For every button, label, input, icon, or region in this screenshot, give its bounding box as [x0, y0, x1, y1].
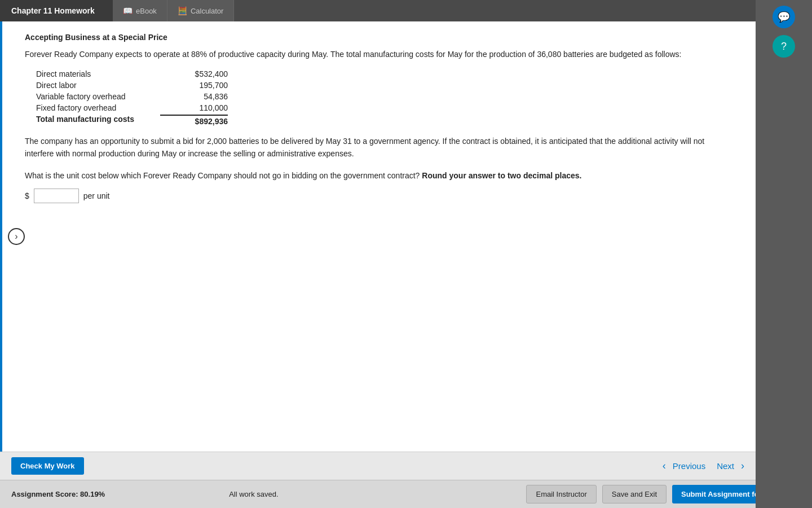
table-row-total: Total manufacturing costs $892,936 [36, 115, 733, 126]
work-saved: All work saved. [229, 490, 278, 498]
content-area: Accepting Business at a Special Price Fo… [2, 21, 756, 452]
cost-label-direct-labor: Direct labor [36, 81, 160, 90]
cost-value-variable-overhead: 54,836 [160, 92, 228, 101]
next-chevron-icon: › [741, 460, 744, 472]
nav-buttons: ‹ Previous Next › [663, 459, 744, 473]
header-bar: Chapter 11 Homework 📖 eBook 🧮 Calculator [0, 0, 756, 21]
previous-button[interactable]: Previous [668, 459, 710, 473]
tab-ebook-label: eBook [136, 7, 157, 15]
ebook-icon: 📖 [123, 6, 133, 15]
cost-value-direct-labor: 195,700 [160, 81, 228, 90]
cost-value-total: $892,936 [160, 115, 228, 126]
answer-row: $ per unit [25, 189, 733, 203]
cost-value-fixed-overhead: 110,000 [160, 103, 228, 112]
help-chat-icon[interactable]: 💬 [773, 6, 795, 28]
tab-ebook[interactable]: 📖 eBook [113, 0, 167, 21]
check-work-button[interactable]: Check My Work [11, 457, 84, 475]
table-row: Fixed factory overhead 110,000 [36, 103, 733, 112]
per-unit-label: per unit [83, 191, 110, 200]
help-question-icon[interactable]: ? [773, 35, 795, 58]
intro-paragraph: Forever Ready Company expects to operate… [25, 49, 733, 60]
cost-label-fixed-overhead: Fixed factory overhead [36, 103, 160, 112]
next-button[interactable]: Next [712, 459, 739, 473]
tab-calculator[interactable]: 🧮 Calculator [167, 0, 235, 21]
table-row: Direct materials $532,400 [36, 69, 733, 78]
assignment-title: Chapter 11 Homework [0, 0, 113, 21]
answer-input[interactable] [34, 189, 79, 203]
right-sidebar: 💬 ? [756, 0, 812, 508]
previous-chevron-icon: ‹ [663, 460, 666, 472]
bottom-toolbar: Check My Work ‹ Previous Next › [0, 452, 756, 480]
assignment-score: Assignment Score: 80.19% [11, 490, 105, 498]
status-bar: Assignment Score: 80.19% All work saved.… [0, 480, 812, 508]
body-paragraph: The company has an opportunity to submit… [25, 135, 733, 160]
table-row: Direct labor 195,700 [36, 81, 733, 90]
expand-arrow-button[interactable]: › [8, 228, 25, 245]
table-row: Variable factory overhead 54,836 [36, 92, 733, 101]
save-exit-button[interactable]: Save and Exit [602, 485, 667, 503]
cost-label-direct-materials: Direct materials [36, 69, 160, 78]
tab-calculator-label: Calculator [191, 7, 224, 15]
cost-label-variable-overhead: Variable factory overhead [36, 92, 160, 101]
calculator-icon: 🧮 [178, 6, 187, 15]
cost-value-direct-materials: $532,400 [160, 69, 228, 78]
question-text: What is the unit cost below which Foreve… [25, 169, 733, 182]
email-instructor-button[interactable]: Email Instructor [526, 485, 596, 503]
question-bold: Round your answer to two decimal places. [422, 171, 581, 180]
section-title: Accepting Business at a Special Price [25, 33, 733, 42]
dollar-sign: $ [25, 191, 29, 200]
cost-label-total: Total manufacturing costs [36, 115, 160, 126]
cost-table: Direct materials $532,400 Direct labor 1… [36, 69, 733, 126]
content-wrapper: › Accepting Business at a Special Price … [0, 21, 756, 452]
